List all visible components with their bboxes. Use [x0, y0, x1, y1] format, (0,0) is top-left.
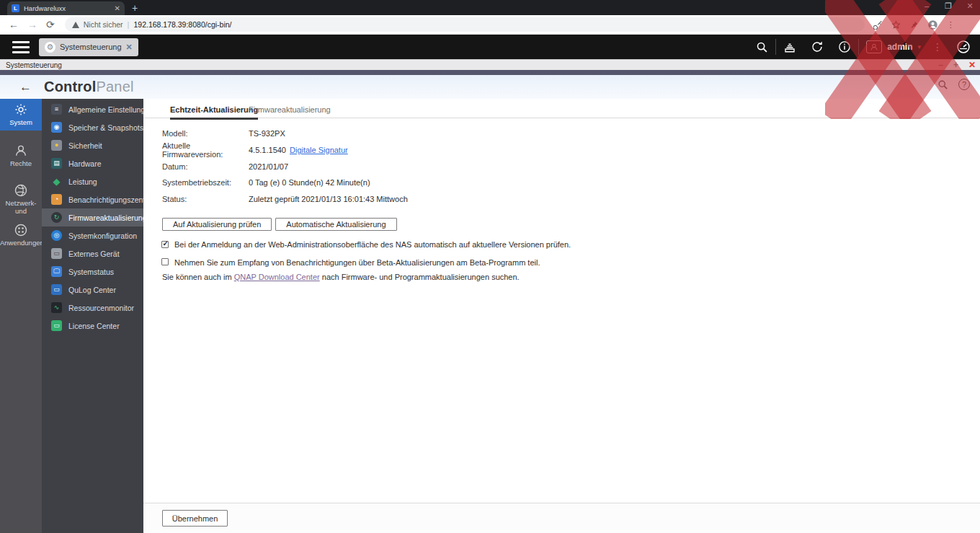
browser-tab[interactable]: L Hardwareluxx ✕ — [7, 1, 125, 15]
menu-item-ressourcenmonitor[interactable]: ∿Ressourcenmonitor — [42, 299, 143, 317]
firmware-value: 4.5.1.1540 — [249, 146, 286, 154]
rail-item-netzwerk[interactable]: Netzwerk- und — [0, 180, 42, 217]
toolbar-icons: ⋮ — [873, 19, 955, 30]
license-center-icon: ▭ — [51, 320, 62, 331]
beta-program-label: Nehmen Sie zum Empfang von Benachrichtig… — [174, 258, 540, 267]
apply-button[interactable]: Übernehmen — [162, 510, 228, 527]
menu-item-leistung[interactable]: ◆Leistung — [42, 172, 143, 190]
browser-tab-title: Hardwareluxx — [24, 4, 110, 12]
browser-minimize-button[interactable]: – — [922, 1, 931, 11]
auto-update-button[interactable]: Automatische Aktualisierung — [275, 218, 396, 231]
screen: L Hardwareluxx ✕ + – ❐ ✕ ← → ⟳ Nicht sic… — [0, 0, 980, 533]
qnap-tab-label: Systemsteuerung — [60, 43, 122, 51]
menu-item-systemkonfiguration[interactable]: ◎Systemkonfiguration — [42, 226, 143, 245]
notification-icon: ◔ — [51, 194, 62, 205]
auto-check-option: Bei der Anmeldung an der Web-Administrat… — [161, 240, 571, 249]
favicon-icon: L — [12, 4, 19, 12]
browser-close-button[interactable]: ✕ — [966, 1, 974, 11]
status-label: Status: — [162, 195, 249, 203]
user-icon — [14, 144, 28, 158]
system-gear-icon — [14, 102, 28, 117]
beta-program-checkbox[interactable] — [161, 258, 169, 265]
new-tab-button[interactable]: + — [132, 2, 138, 14]
reload-button[interactable]: ⟳ — [46, 19, 55, 30]
tab-firmwareaktualisierung[interactable]: Firmwareaktualisierung — [249, 105, 331, 118]
menu-item-benachrichtigungszentrum[interactable]: ◔Benachrichtigungszentru... — [42, 190, 143, 208]
performance-icon: ◆ — [51, 176, 62, 187]
back-button[interactable]: ← — [9, 19, 19, 30]
storage-snapshots-icon: ◉ — [51, 122, 62, 133]
firmware-label: Aktuelle Firmwareversion: — [162, 141, 249, 159]
menu-item-sicherheit[interactable]: ●Sicherheit — [42, 136, 143, 154]
qulog-icon: ▭ — [51, 284, 62, 295]
menu-item-firmwareaktualisierung[interactable]: ↻Firmwareaktualisierung — [42, 208, 143, 226]
key-icon[interactable] — [873, 20, 883, 30]
search-icon[interactable] — [748, 40, 775, 53]
update-options: Bei der Anmeldung an der Web-Administrat… — [161, 240, 571, 276]
uptime-value: 0 Tag (e) 0 Stunde(n) 42 Minute(n) — [249, 178, 370, 187]
menu-item-qulog-center[interactable]: ▭QuLog Center — [42, 281, 143, 299]
qnap-topbar-right: admin ▾ ⋮ — [748, 35, 980, 59]
window-minimize-button[interactable]: – — [938, 60, 943, 70]
bookmark-star-icon[interactable] — [891, 20, 901, 30]
main-menu-icon[interactable] — [12, 41, 30, 53]
profile-avatar-icon[interactable] — [927, 19, 938, 30]
network-globe-icon — [14, 183, 28, 198]
forward-button[interactable]: → — [27, 19, 37, 30]
menu-item-systemstatus[interactable]: 🖵Systemstatus — [42, 263, 143, 281]
panel-footer: Übernehmen — [143, 503, 980, 533]
window-maximize-button[interactable]: + — [953, 60, 958, 70]
menu-item-externes-geraet[interactable]: ▭Externes Gerät — [42, 245, 143, 263]
sync-icon[interactable] — [803, 40, 831, 54]
window-close-button[interactable]: ✕ — [968, 60, 976, 70]
help-icon[interactable]: ? — [958, 79, 970, 90]
check-update-button[interactable]: Auf Aktualisierung prüfen — [162, 218, 272, 231]
system-config-icon: ◎ — [51, 230, 62, 241]
field-row-date: Datum: 2021/01/07 — [162, 158, 408, 175]
background-tasks-icon[interactable] — [776, 40, 803, 54]
dashboard-gauge-icon[interactable] — [947, 40, 980, 54]
uptime-label: Systembetriebszeit: — [162, 178, 249, 187]
date-value: 2021/01/07 — [249, 162, 288, 171]
apps-grid-icon — [14, 223, 28, 237]
window-frame-strip — [0, 70, 980, 75]
browser-toolbar: ← → ⟳ Nicht sicher | 192.168.178.39:8080… — [0, 15, 980, 35]
browser-restore-button[interactable]: ❐ — [944, 1, 953, 11]
digital-signature-link[interactable]: Digitale Signatur — [290, 146, 348, 154]
window-titlebar[interactable]: Systemsteuerung – + ✕ — [0, 59, 980, 70]
back-arrow-icon[interactable]: ← — [19, 80, 32, 94]
field-row-model: Modell: TS-932PX — [162, 125, 408, 142]
user-menu[interactable]: admin ▾ — [859, 40, 928, 53]
address-bar[interactable]: Nicht sicher | 192.168.178.39:8080/cgi-b… — [65, 17, 865, 32]
qnap-topbar: ⚙ Systemsteuerung ✕ admin — [0, 35, 980, 59]
menu-item-speicher-snapshots[interactable]: ◉Speicher & Snapshots — [42, 118, 143, 136]
main-panel: Echtzeit-Aktualisierung Firmwareaktualis… — [143, 99, 980, 533]
firmware-update-icon: ↻ — [51, 212, 62, 223]
browser-tabbar: L Hardwareluxx ✕ + – ❐ ✕ — [0, 0, 980, 15]
tab-close-icon[interactable]: ✕ — [115, 4, 120, 12]
security-lock-icon: ● — [51, 140, 62, 151]
window-title: Systemsteuerung — [6, 61, 62, 69]
content-tabs: Echtzeit-Aktualisierung Firmwareaktualis… — [143, 105, 980, 118]
qnap-tab-close-icon[interactable]: ✕ — [126, 43, 133, 52]
tab-echtzeit-aktualisierung[interactable]: Echtzeit-Aktualisierung — [170, 105, 258, 120]
menu-item-license-center[interactable]: ▭License Center — [42, 317, 143, 335]
systemsteuerung-tab[interactable]: ⚙ Systemsteuerung ✕ — [39, 38, 138, 56]
menu-item-hardware[interactable]: ▤Hardware — [42, 154, 143, 172]
browser-menu-icon[interactable]: ⋮ — [947, 20, 955, 30]
extension-pin-icon[interactable] — [909, 20, 919, 30]
auto-check-checkbox[interactable] — [161, 241, 169, 248]
panel-search-icon[interactable] — [937, 79, 948, 90]
info-icon[interactable] — [831, 40, 858, 54]
more-options-icon[interactable]: ⋮ — [928, 41, 947, 53]
not-secure-label[interactable]: Nicht sicher — [84, 20, 123, 29]
url-text[interactable]: 192.168.178.39:8080/cgi-bin/ — [133, 20, 231, 29]
rail-item-anwendungen[interactable]: Anwendungen — [0, 219, 42, 255]
model-value: TS-932PX — [249, 129, 285, 138]
qnap-download-center-link[interactable]: QNAP Download Center — [234, 273, 320, 281]
rail-item-system[interactable]: System — [0, 99, 42, 131]
controlpanel-header: ← ControlPanel ? — [0, 75, 980, 99]
rail-item-rechte[interactable]: Rechte — [0, 140, 42, 173]
menu-item-allgemeine-einstellungen[interactable]: ≡Allgemeine Einstellungen — [42, 100, 143, 118]
address-separator: | — [128, 20, 130, 29]
